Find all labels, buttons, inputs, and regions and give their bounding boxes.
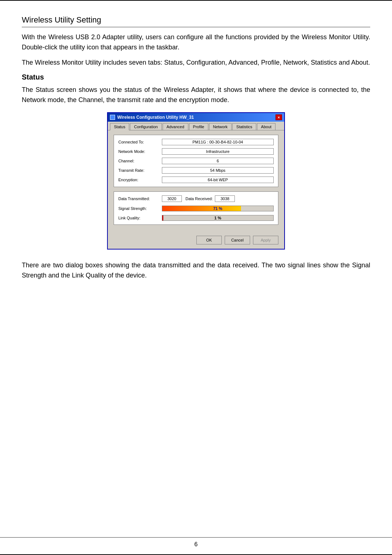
dialog-app-icon: [110, 115, 115, 120]
cancel-button[interactable]: Cancel: [225, 236, 250, 244]
signal-strength-label: Signal Strength:: [118, 206, 162, 211]
stats-section: Data Transmitted: 3020 Data Received: 30…: [114, 191, 278, 225]
link-quality-label: Link Quality:: [118, 216, 162, 220]
titlebar-left: Wireless Configuration Utility HW_31: [110, 115, 194, 120]
dialog-buttons: OK Cancel Apply: [108, 234, 284, 249]
close-button[interactable]: ×: [275, 114, 282, 120]
info-row-network: Network Mode: Infrastructure: [118, 148, 274, 155]
link-bar: 1 %: [162, 215, 274, 221]
transmitted-value: 3020: [162, 195, 182, 202]
tab-statistics[interactable]: Statistics: [232, 123, 256, 130]
encryption-value: 64-bit WEP: [162, 177, 274, 183]
dialog-body: Connected To: PM11G : 00-30-B4-82-10-04 …: [108, 130, 284, 234]
page-number: 6: [195, 541, 198, 547]
channel-label: Channel:: [118, 159, 162, 163]
info-row-transmit: Transmit Rate: 54 Mbps: [118, 167, 274, 174]
signal-bar-text: 71 %: [162, 206, 273, 211]
tab-network[interactable]: Network: [209, 123, 232, 130]
channel-value: 6: [162, 158, 274, 164]
ok-button[interactable]: OK: [196, 236, 222, 244]
tab-about[interactable]: About: [257, 123, 275, 130]
page-section-title: Wireless Utility Setting: [22, 15, 370, 27]
paragraph4: There are two dialog boxes showing the d…: [22, 260, 370, 281]
tab-status[interactable]: Status: [110, 123, 129, 130]
page-footer: 6: [0, 537, 392, 548]
stats-row-transmitted: Data Transmitted: 3020 Data Received: 30…: [118, 195, 274, 202]
received-value: 3038: [215, 195, 235, 202]
dialog-window: Wireless Configuration Utility HW_31 × S…: [107, 112, 285, 250]
network-mode-value: Infrastructure: [162, 148, 274, 155]
paragraph2: The Wireless Monitor Utility includes se…: [22, 58, 370, 68]
apply-button[interactable]: Apply: [253, 236, 278, 244]
transmit-rate-label: Transmit Rate:: [118, 168, 162, 173]
info-row-connected: Connected To: PM11G : 00-30-B4-82-10-04: [118, 139, 274, 145]
link-bar-text: 1 %: [162, 216, 273, 220]
transmitted-label: Data Transmitted:: [118, 197, 162, 201]
encryption-label: Encryption:: [118, 178, 162, 182]
network-mode-label: Network Mode:: [118, 149, 162, 154]
paragraph1: With the Wireless USB 2.0 Adapter utilit…: [22, 32, 370, 53]
info-row-channel: Channel: 6: [118, 158, 274, 164]
dialog-titlebar: Wireless Configuration Utility HW_31 ×: [108, 113, 284, 122]
page-wrapper: Wireless Utility Setting With the Wirele…: [0, 0, 392, 555]
transmit-rate-value: 54 Mbps: [162, 167, 274, 174]
paragraph3: The Status screen shows you the status o…: [22, 85, 370, 105]
info-section: Connected To: PM11G : 00-30-B4-82-10-04 …: [114, 135, 278, 187]
received-label: Data Received:: [185, 197, 213, 201]
dialog-tabs: Status Configuration Advanced Profile Ne…: [108, 122, 284, 130]
info-row-encryption: Encryption: 64-bit WEP: [118, 177, 274, 183]
signal-bar: 71 %: [162, 206, 274, 211]
dialog-container: Wireless Configuration Utility HW_31 × S…: [22, 112, 370, 250]
connected-label: Connected To:: [118, 140, 162, 144]
connected-value: PM11G : 00-30-B4-82-10-04: [162, 139, 274, 145]
stats-row-link: Link Quality: 1 %: [118, 215, 274, 221]
tab-configuration[interactable]: Configuration: [130, 123, 162, 130]
tab-profile[interactable]: Profile: [189, 123, 208, 130]
stats-row-signal: Signal Strength: 71 %: [118, 206, 274, 211]
tab-advanced[interactable]: Advanced: [163, 123, 188, 130]
status-subheading: Status: [22, 73, 370, 81]
dialog-title: Wireless Configuration Utility HW_31: [117, 115, 194, 120]
